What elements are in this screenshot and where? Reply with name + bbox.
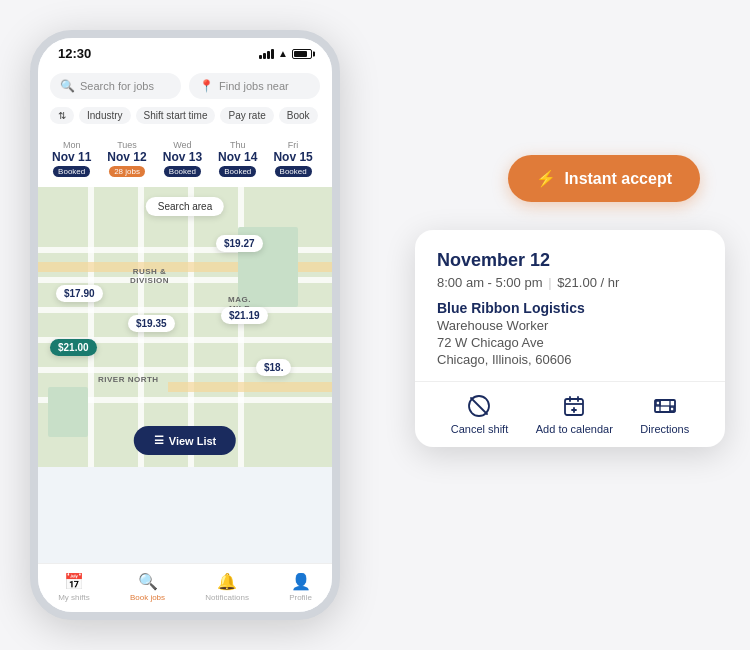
info-card: November 12 8:00 am - 5:00 pm | $21.00 /… (415, 230, 725, 447)
day-mon-badge: Booked (53, 166, 90, 177)
day-fri-badge: Booked (275, 166, 312, 177)
location-icon: 📍 (199, 79, 214, 93)
hamburger-icon: ☰ (154, 434, 164, 447)
status-bar: 12:30 ▲ (38, 38, 332, 65)
info-actions: Cancel shift Add to calendar (437, 382, 703, 447)
view-list-label: View List (169, 435, 216, 447)
day-mon-num: Nov 11 (52, 150, 91, 164)
nav-notifications[interactable]: 🔔 Notifications (205, 572, 249, 602)
map-area[interactable]: RUSH &DIVISION MAG.MILE RIVER NORTH Sear… (38, 187, 332, 467)
day-wed-badge: Booked (164, 166, 201, 177)
filter-row: ⇅ Industry Shift start time Pay rate Boo… (50, 107, 320, 124)
search-jobs-input[interactable]: 🔍 Search for jobs (50, 73, 181, 99)
instant-accept-button[interactable]: ⚡ Instant accept (508, 155, 700, 202)
notifications-icon: 🔔 (217, 572, 237, 591)
day-thu-badge: Booked (219, 166, 256, 177)
lightning-icon: ⚡ (536, 169, 556, 188)
info-time-rate: 8:00 am - 5:00 pm | $21.00 / hr (437, 275, 703, 290)
instant-accept-label: Instant accept (564, 170, 672, 188)
cancel-shift-label: Cancel shift (451, 423, 508, 435)
nav-my-shifts[interactable]: 📅 My shifts (58, 572, 90, 602)
shift-start-filter[interactable]: Shift start time (136, 107, 216, 124)
book-filter[interactable]: Book (279, 107, 318, 124)
find-jobs-near-input[interactable]: 📍 Find jobs near (189, 73, 320, 99)
my-shifts-label: My shifts (58, 593, 90, 602)
add-calendar-action[interactable]: Add to calendar (536, 394, 613, 435)
price-bubble-2100[interactable]: $21.00 (50, 339, 97, 356)
info-city: Chicago, Illinois, 60606 (437, 352, 703, 367)
find-near-label: Find jobs near (219, 80, 289, 92)
add-calendar-label: Add to calendar (536, 423, 613, 435)
profile-label: Profile (289, 593, 312, 602)
rush-division-label: RUSH &DIVISION (130, 267, 169, 285)
price-bubble-1935[interactable]: $19.35 (128, 315, 175, 332)
day-tue-name: Tues (117, 140, 137, 150)
day-fri-num: Nov 15 (273, 150, 312, 164)
wifi-icon: ▲ (278, 48, 288, 59)
add-calendar-icon (562, 394, 586, 418)
river-north-label: RIVER NORTH (98, 375, 159, 384)
day-wed-num: Nov 13 (163, 150, 202, 164)
day-tue-badge: 28 jobs (109, 166, 145, 177)
directions-icon (653, 394, 677, 418)
search-icon: 🔍 (60, 79, 75, 93)
info-role: Warehouse Worker (437, 318, 703, 333)
price-bubble-18[interactable]: $18. (256, 359, 291, 376)
price-bubble-2119[interactable]: $21.19 (221, 307, 268, 324)
profile-icon: 👤 (291, 572, 311, 591)
info-company: Blue Ribbon Logistics (437, 300, 703, 316)
view-list-button[interactable]: ☰ View List (134, 426, 236, 455)
search-area-label: Search area (158, 201, 212, 212)
filter-icon-chip[interactable]: ⇅ (50, 107, 74, 124)
day-wed-name: Wed (173, 140, 191, 150)
day-wed[interactable]: Wed Nov 13 Booked (157, 136, 208, 181)
price-bubble-1927[interactable]: $19.27 (216, 235, 263, 252)
status-time: 12:30 (58, 46, 91, 61)
day-fri-name: Fri (288, 140, 299, 150)
book-jobs-icon: 🔍 (138, 572, 158, 591)
notifications-label: Notifications (205, 593, 249, 602)
search-section: 🔍 Search for jobs 📍 Find jobs near ⇅ Ind… (38, 65, 332, 130)
battery-icon (292, 49, 312, 59)
nav-book-jobs[interactable]: 🔍 Book jobs (130, 572, 165, 602)
directions-label: Directions (640, 423, 689, 435)
phone: 12:30 ▲ � (30, 30, 340, 620)
svg-line-1 (471, 398, 487, 414)
day-mon-name: Mon (63, 140, 81, 150)
scene: 12:30 ▲ � (0, 0, 750, 650)
industry-label: Industry (87, 110, 123, 121)
day-fri[interactable]: Fri Nov 15 Booked (267, 136, 318, 181)
day-mon[interactable]: Mon Nov 11 Booked (46, 136, 97, 181)
info-address: 72 W Chicago Ave (437, 335, 703, 350)
day-thu-num: Nov 14 (218, 150, 257, 164)
day-thu[interactable]: Thu Nov 14 Booked (212, 136, 263, 181)
info-date: November 12 (437, 250, 703, 271)
day-thu-name: Thu (230, 140, 246, 150)
cancel-shift-action[interactable]: Cancel shift (451, 394, 508, 435)
my-shifts-icon: 📅 (64, 572, 84, 591)
bottom-nav: 📅 My shifts 🔍 Book jobs 🔔 Notifications … (38, 563, 332, 612)
pay-rate-filter[interactable]: Pay rate (220, 107, 273, 124)
info-rate-text: $21.00 / hr (557, 275, 619, 290)
filter-sliders-icon: ⇅ (58, 110, 66, 121)
day-selector: Mon Nov 11 Booked Tues Nov 12 28 jobs We… (38, 130, 332, 187)
day-tue[interactable]: Tues Nov 12 28 jobs (101, 136, 152, 181)
shift-start-label: Shift start time (144, 110, 208, 121)
pay-rate-label: Pay rate (228, 110, 265, 121)
industry-filter[interactable]: Industry (79, 107, 131, 124)
status-icons: ▲ (259, 48, 312, 59)
book-jobs-label: Book jobs (130, 593, 165, 602)
day-tue-num: Nov 12 (107, 150, 146, 164)
search-area-button[interactable]: Search area (146, 197, 224, 216)
search-jobs-label: Search for jobs (80, 80, 154, 92)
cancel-shift-icon (467, 394, 491, 418)
directions-action[interactable]: Directions (640, 394, 689, 435)
price-bubble-1790[interactable]: $17.90 (56, 285, 103, 302)
book-label: Book (287, 110, 310, 121)
nav-profile[interactable]: 👤 Profile (289, 572, 312, 602)
info-time-text: 8:00 am - 5:00 pm (437, 275, 543, 290)
